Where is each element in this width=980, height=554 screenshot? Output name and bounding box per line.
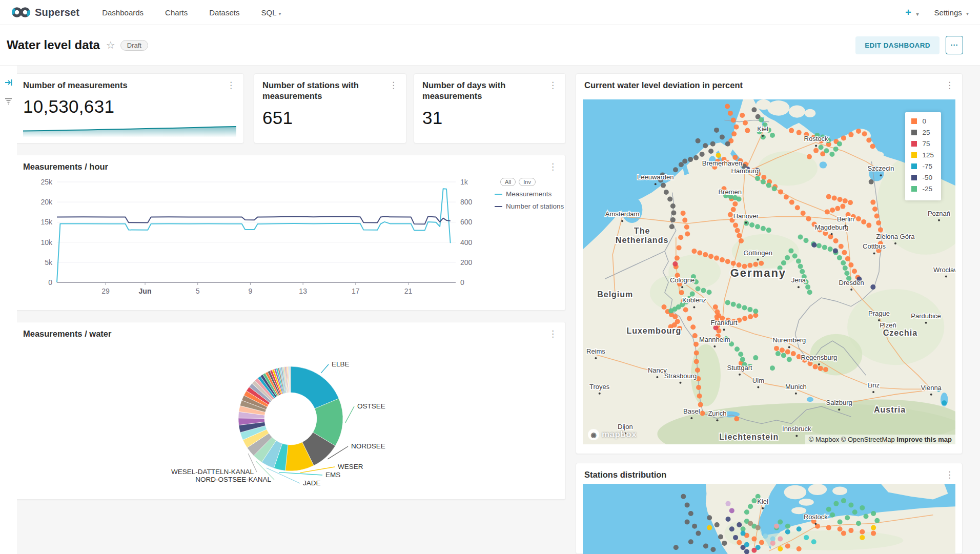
kpi-card-measurements: Number of measurements ⋮ 10,530,631 (14, 73, 244, 143)
svg-text:Mannheim: Mannheim (699, 336, 730, 343)
nav-item-dashboards[interactable]: Dashboards (102, 8, 144, 17)
card-menu-button[interactable]: ⋮ (386, 79, 401, 92)
svg-text:Strasbourg: Strasbourg (664, 372, 697, 380)
legend-value: -25 (922, 185, 932, 193)
svg-text:Stuttgart: Stuttgart (727, 364, 752, 372)
legend-value: 25 (922, 129, 930, 136)
map-legend-item[interactable]: -50 (911, 174, 934, 181)
dashboard-more-button[interactable]: ··· (946, 36, 963, 54)
superset-logo[interactable]: Superset (11, 6, 79, 19)
legend-item-stations[interactable]: Number of stations (495, 202, 564, 210)
nav-item-charts[interactable]: Charts (165, 8, 188, 17)
svg-text:Jun: Jun (139, 287, 152, 295)
mapbox-logo[interactable]: ◉ mapbox (588, 429, 637, 440)
settings-menu[interactable]: Settings ▾ (934, 8, 969, 17)
card-menu-button[interactable]: ⋮ (545, 79, 560, 92)
svg-text:5: 5 (196, 287, 200, 295)
kpi-card-stations: Number of stations with measurements ⋮ 6… (254, 73, 406, 143)
legend-swatch (495, 206, 502, 207)
dashboard-page: Superset Dashboards Charts Datasets SQL▾… (0, 0, 980, 554)
legend-swatch (911, 118, 917, 124)
svg-text:Innsbruck: Innsbruck (782, 425, 811, 433)
nav-item-datasets[interactable]: Datasets (209, 8, 239, 17)
svg-text:Magdeburg: Magdeburg (815, 223, 849, 231)
map-legend-item[interactable]: 25 (911, 129, 934, 136)
card-menu-button[interactable]: ⋮ (942, 468, 957, 481)
svg-text:5k: 5k (45, 258, 53, 266)
svg-text:0: 0 (460, 278, 464, 286)
chevron-down-icon: ▾ (966, 11, 969, 16)
map-color-legend: 02575125-75-50-25 (905, 112, 941, 200)
svg-text:Kiel: Kiel (757, 125, 768, 133)
improve-map-link[interactable]: Improve this map (896, 436, 952, 443)
svg-text:200: 200 (460, 258, 473, 266)
legend-value: -50 (922, 174, 932, 181)
svg-text:WESEL-DATTELN-KANAL: WESEL-DATTELN-KANAL (171, 468, 254, 476)
svg-text:Berlin: Berlin (837, 215, 854, 223)
legend-value: 75 (922, 140, 930, 148)
page-title: Water level data (7, 38, 100, 52)
map-legend-item[interactable]: 75 (911, 140, 934, 148)
svg-text:25k: 25k (40, 178, 53, 186)
svg-text:Dresden: Dresden (839, 279, 864, 286)
card-menu-button[interactable]: ⋮ (942, 79, 957, 92)
map-legend-item[interactable]: 0 (911, 117, 934, 125)
dashboard-header: Water level data ☆ Draft EDIT DASHBOARD … (0, 25, 980, 66)
kpi-value: 31 (422, 108, 443, 128)
svg-text:Czechia: Czechia (883, 329, 917, 337)
svg-text:OSTSEE: OSTSEE (357, 402, 385, 410)
svg-text:Reims: Reims (586, 347, 605, 355)
donut-chart-canvas[interactable]: ELBEOSTSEENORDSEEWESEREMSJADENORD-OSTSEE… (15, 322, 565, 499)
svg-text:Austria: Austria (874, 405, 906, 414)
svg-text:20k: 20k (40, 198, 53, 206)
svg-text:Poznań: Poznań (928, 210, 950, 217)
legend-value: 0 (922, 117, 926, 125)
legend-all-button[interactable]: All (500, 178, 516, 186)
filter-funnel-icon[interactable] (0, 93, 17, 109)
svg-text:Pardubice: Pardubice (911, 312, 941, 320)
mapbox-logo-icon: ◉ (588, 429, 599, 440)
svg-text:Jena: Jena (791, 276, 806, 284)
map-attribution: © Mapbox © OpenStreetMap Improve this ma… (805, 435, 955, 444)
legend-swatch (911, 163, 917, 169)
deviation-map-canvas[interactable]: LeeuwardenAmsterdamTheNetherlandsBelgium… (583, 99, 955, 444)
kpi-card-days: Number of days with measurements ⋮ 31 (414, 73, 566, 143)
svg-text:Luxembourg: Luxembourg (626, 326, 681, 335)
legend-inv-button[interactable]: Inv (519, 178, 536, 186)
svg-text:Leeuwarden: Leeuwarden (637, 173, 674, 181)
svg-text:15k: 15k (40, 218, 53, 226)
stations-map-canvas[interactable]: KielRostock (583, 484, 955, 554)
map-legend-item[interactable]: -75 (911, 162, 934, 170)
svg-text:Belgium: Belgium (597, 290, 633, 299)
kpi-value: 651 (262, 108, 293, 128)
kpi-title: Number of stations with measurements (262, 80, 380, 101)
line-chart-canvas[interactable]: 005k20010k40015k60020k80025k1k29Jun59131… (15, 155, 565, 310)
nav-item-sql[interactable]: SQL▾ (261, 8, 281, 17)
chevron-down-icon: ▾ (916, 11, 919, 17)
svg-text:Göttingen: Göttingen (744, 249, 772, 257)
stations-map-card: Stations distribution ⋮ KielRostock (576, 463, 963, 554)
svg-text:Hanover: Hanover (733, 212, 759, 220)
map-legend-item[interactable]: 125 (911, 151, 934, 159)
new-item-button[interactable]: + ▾ (905, 7, 918, 18)
svg-text:JADE: JADE (303, 479, 321, 487)
svg-text:Liechtenstein: Liechtenstein (719, 433, 779, 441)
favorite-star-icon[interactable]: ☆ (106, 39, 115, 51)
map-legend-item[interactable]: -25 (911, 185, 934, 193)
svg-text:Munich: Munich (785, 383, 807, 391)
card-menu-button[interactable]: ⋮ (223, 79, 238, 92)
svg-text:400: 400 (460, 238, 473, 247)
svg-text:Cottbus: Cottbus (863, 242, 886, 250)
legend-item-measurements[interactable]: Measurements (495, 190, 564, 198)
infinity-logo-icon (11, 6, 31, 19)
svg-text:Troyes: Troyes (589, 383, 610, 391)
svg-text:NORD-OSTSEE-KANAL: NORD-OSTSEE-KANAL (195, 476, 271, 483)
line-chart-legend: Measurements Number of stations (495, 190, 564, 215)
svg-text:600: 600 (460, 218, 473, 226)
expand-filters-icon[interactable] (0, 75, 17, 90)
edit-dashboard-button[interactable]: EDIT DASHBOARD (855, 36, 940, 54)
svg-text:Rostock: Rostock (804, 135, 828, 142)
svg-text:21: 21 (404, 287, 413, 295)
top-navbar: Superset Dashboards Charts Datasets SQL▾… (0, 0, 980, 25)
svg-text:Salzburg: Salzburg (826, 399, 852, 406)
